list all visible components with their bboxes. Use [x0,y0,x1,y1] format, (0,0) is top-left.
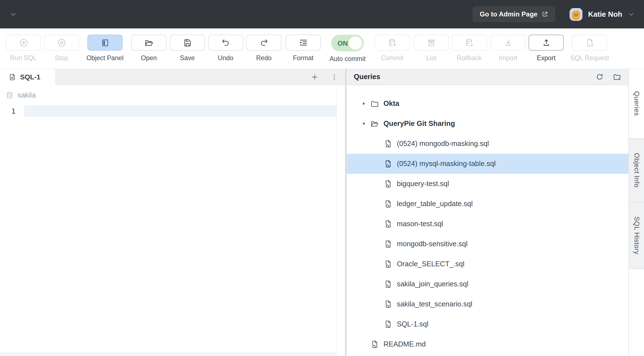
tree-label: mongodb-sensitive.sql [397,240,468,248]
tab-sql-1[interactable]: SQL-1 [0,69,56,86]
caret-down-icon[interactable] [361,121,370,127]
tree-file-readme[interactable]: README.md [347,334,629,354]
tab-menu-button[interactable] [330,73,338,81]
queries-panel-actions [595,72,621,81]
save-button[interactable] [170,35,205,51]
tree-file-sql-1[interactable]: SQL-1.sql [347,314,629,334]
tree-file-mason-test[interactable]: mason-test.sql [347,214,629,234]
sql-file-icon [384,179,393,189]
commit-button[interactable] [375,35,410,51]
tree-label: Okta [384,99,400,108]
list-label: List [426,54,436,62]
new-folder-button[interactable] [613,72,622,81]
tree-label: Oracle_SELECT_.sql [397,260,464,268]
tab-strip-actions [311,69,345,86]
code-editor[interactable]: sakila 1 [0,85,345,356]
sql-request-button[interactable] [572,35,607,51]
active-line-highlight[interactable] [24,105,337,117]
sql-file-icon [384,280,393,289]
tree-file-mongodb-masking[interactable]: (0524) mongodb-masking.sql [347,134,629,154]
tree-file-mysql-masking-table[interactable]: (0524) mysql-masking-table.sql [347,154,629,174]
auto-commit-label: Auto commit [330,55,365,63]
caret-right-icon[interactable] [361,101,370,107]
list-button[interactable] [414,35,449,51]
toolbar-item-import: Import [489,35,527,62]
external-link-icon [542,11,548,18]
sql-file-icon [384,139,393,148]
play-circle-icon [19,38,28,48]
run-sql-button[interactable] [6,35,41,51]
toolbar-item-format: Format [283,35,323,62]
toolbar-item-commit: Commit [372,35,413,62]
tree-folder-okta[interactable]: Okta [347,94,629,114]
toolbar-item-save: Save [168,35,207,62]
tree-file-ledger-table-update[interactable]: ledger_table_update.sql [347,194,629,214]
toolbar-item-object-panel: Object Panel [80,35,130,62]
side-tab-object-info[interactable]: Object Info [629,139,644,202]
database-rollback-icon [464,38,474,48]
toolbar-item-undo: Undo [207,35,245,62]
sql-editor-pane: SQL-1 sakila 1 [0,69,345,356]
editor-horizontal-scrollbar[interactable] [0,353,337,356]
redo-label: Redo [256,54,272,62]
sql-request-label: SQL Request [570,54,609,62]
import-button[interactable] [491,35,526,51]
export-arrow-icon [541,38,551,48]
editor-line-1: 1 [0,105,345,117]
tree-label: QueryPie Git Sharing [384,120,455,128]
line-number: 1 [0,107,24,115]
side-strip-filler [629,269,644,356]
sql-file-icon [384,260,393,269]
redo-icon [259,38,269,48]
tree-file-mongodb-sensitive[interactable]: mongodb-sensitive.sql [347,234,629,254]
tree-label: README.md [384,340,426,348]
undo-icon [221,38,231,48]
sql-file-icon [370,340,379,349]
new-tab-button[interactable] [311,73,319,81]
toggle-knob [349,36,362,50]
side-tab-sql-history[interactable]: SQL History [629,202,644,269]
tree-file-oracle-select[interactable]: Oracle_SELECT_.sql [347,254,629,274]
stop-button[interactable] [44,35,79,51]
auto-commit-toggle[interactable]: ON [331,35,364,52]
toolbar-item-stop: Stop [43,35,80,62]
admin-button-label: Go to Admin Page [480,11,538,18]
side-tab-label: Object Info [633,153,640,187]
archive-icon [426,38,436,48]
open-label: Open [141,54,157,62]
folder-open-icon [370,119,379,128]
sql-file-icon [384,320,393,329]
file-plus-icon [585,38,595,48]
object-panel-button[interactable] [88,35,123,51]
export-button[interactable] [529,35,564,51]
save-icon [183,38,192,48]
user-menu[interactable]: Katie Noh [570,8,635,21]
rollback-button[interactable] [452,35,487,51]
tree-file-sakila-test-scenario[interactable]: sakila_test_scenario.sql [347,294,629,314]
tree-label: bigquery-test.sql [397,180,449,188]
go-to-admin-page-button[interactable]: Go to Admin Page [473,6,555,22]
folder-open-icon [144,38,154,48]
toolbar-item-export: Export [527,35,565,62]
format-button[interactable] [286,35,321,51]
toolbar-item-run-sql: Run SQL [4,35,43,62]
toolbar-item-auto-commit: ON Auto commit [323,35,372,63]
tree-folder-querypie-git-sharing[interactable]: QueryPie Git Sharing [347,114,629,134]
connection-indicator: sakila [0,85,345,99]
undo-button[interactable] [208,35,243,51]
redo-button[interactable] [246,35,282,51]
toolbar-item-sql-request: SQL Request [565,35,614,62]
side-tab-label: Queries [633,91,640,116]
side-tab-queries[interactable]: Queries [629,69,644,139]
open-button[interactable] [131,35,166,51]
tree-file-sakila-join-queries[interactable]: sakila_join_queries.sql [347,274,629,294]
collapse-chevron-icon[interactable] [9,10,17,18]
document-icon [8,73,16,81]
tree-label: mason-test.sql [397,220,443,228]
refresh-button[interactable] [595,73,604,81]
sql-file-icon [384,300,393,309]
side-tab-strip: Queries Object Info SQL History [629,69,644,356]
queries-panel: Queries Okta QueryPie Git Sharing [347,69,629,356]
tree-file-bigquery-test[interactable]: bigquery-test.sql [347,174,629,194]
tree-label: ledger_table_update.sql [397,200,473,208]
